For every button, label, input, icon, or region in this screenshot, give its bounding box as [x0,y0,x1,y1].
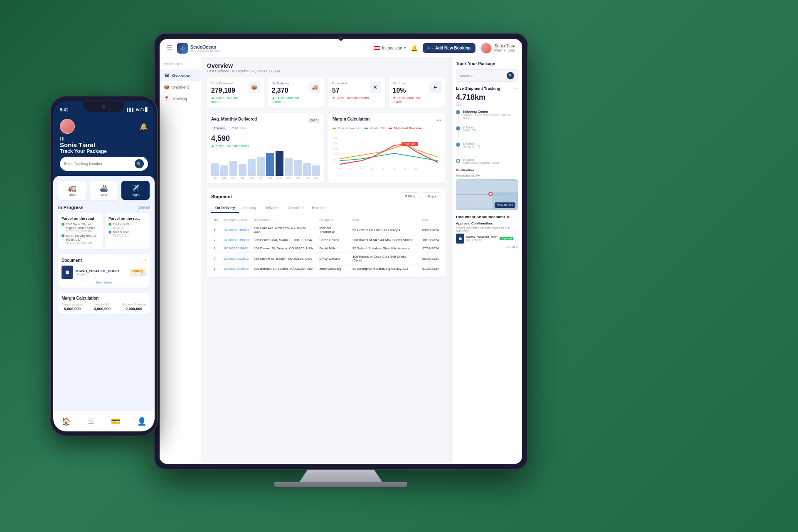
doc-arrow-icon[interactable]: › [145,257,146,263]
tracking-dist-label: Left [456,103,518,106]
bar-dec [312,165,320,176]
svg-text:2,500: 2,500 [332,148,338,150]
stat-icon-1: 📦 [249,81,260,93]
doc-phone-name: HAWB_20241001_SO001 [76,269,127,273]
table-row: 1 SC20230915003 690 Park Ave, New York, … [211,224,441,236]
timeline-address-2: Dallas, TX [463,129,518,132]
app-logo: ⚓ ScaleOcean ACCELERATE IMPACT [177,43,221,54]
timeline-item-3: In Transit Memphis, TN [456,142,518,155]
charts-row: Avg. Monthly Delivered 2025 1 Years 5 Mo… [207,113,446,183]
filter-button[interactable]: ⚗ Filter [401,192,419,200]
receipt-link[interactable]: SC20230728032 [224,246,249,250]
tab-cancelled[interactable]: Cancelled [283,204,308,213]
sidebar-item-overview[interactable]: ⊞ Overview [160,69,201,81]
in-progress-title: In Progress [58,205,84,210]
flight-icon: ✈️ [124,184,147,192]
more-icon[interactable]: ••• [436,118,441,123]
stat-value-3: 57 [332,87,369,94]
nav-profile[interactable]: 👤 [137,417,146,426]
destination-address: Philadelphia, PA [456,174,518,177]
export-button[interactable]: ↑ Export [422,192,441,200]
tab-on-delivery[interactable]: On Delivery [211,204,239,213]
tab-5months[interactable]: 5 Months [230,126,249,131]
from-address-1: 1245 Spring St, Los Angeles, United Stat… [62,222,99,233]
margin-revenue: Shipment Revenue 2,000,000 [121,303,146,311]
user-name: Sonia Tiara [494,44,515,48]
bar-jul [266,153,274,176]
user-avatar [480,42,492,54]
stat-change-4: ▼ +40% Than last month [393,96,430,103]
phone-greeting: Hi, [60,136,148,141]
see-details-link[interactable]: See details [62,281,146,284]
timeline-dot-1 [456,110,460,114]
bar-nov [303,163,311,176]
track-search-input[interactable] [460,74,507,78]
wifi-icon: WiFi [136,108,144,112]
bar-jan [211,163,219,176]
tab-ship[interactable]: 🚢 Ship [90,181,118,200]
view-details-button[interactable]: View Details [495,202,515,208]
svg-point-24 [490,193,492,195]
menu-icon[interactable]: ☰ [166,44,172,52]
app-name: ScaleOcean [190,44,221,49]
tab-delivered[interactable]: Delivered [260,204,283,213]
phone-search-input[interactable] [64,162,132,166]
receipt-link[interactable]: SC20230919033 [224,238,249,242]
legend-dot-revenue [389,128,392,129]
bar-may [248,159,256,176]
doc-phone-header: Document › [62,257,146,263]
doc-phone-date: 02 Oct. 2024 [130,273,146,276]
tablet-screen: ☰ ⚓ ScaleOcean ACCELERATE IMPACT Indones… [160,39,522,464]
bar-feb [220,165,228,176]
margin-revenue-label: Shipment Revenue [121,303,146,306]
sidebar: FEATURES ⊞ Overview 📦 Shipment 📍 Trackin… [160,57,201,464]
receipt-link[interactable]: SC20230350845 [224,267,249,271]
progress-cards: Parcel on the road 1245 Spring St, Los A… [58,213,150,249]
bar-labels: Jan Feb Mar Apr May Jun Jul Aug Sep Oct [211,177,320,179]
stat-returned: Returned 10% ▼ +40% Than last month ↩ [389,77,446,108]
nav-home[interactable]: 🏠 [62,417,71,426]
tab-flight[interactable]: ✈️ Flight [121,181,150,200]
svg-text:W: W [382,168,384,170]
tab-truck[interactable]: 🚛 Truck [58,181,86,200]
overview-header: Overview Last Updated On October 07, 202… [207,62,446,73]
sidebar-item-tracking[interactable]: 📍 Tracking [160,93,201,104]
svg-text:Thu: Thu [371,168,374,170]
receipt-link[interactable]: SC20230915003 [224,228,249,232]
nav-menu[interactable]: ☰ [88,417,94,426]
features-label: FEATURES [160,62,201,69]
add-booking-button[interactable]: + + Add New Booking [423,43,476,53]
nav-card[interactable]: 💳 [111,417,120,426]
shipment-table: No. Receipt number Destination Recipient… [211,217,441,273]
right-panel: Track Your Package 🔍 Live Shipment Track… [451,57,522,464]
language-selector[interactable]: Indonesian ▾ [374,46,406,50]
tab-returned[interactable]: Returned [308,204,330,213]
see-all-link[interactable]: See all > [456,245,518,249]
stat-on-delivery: On Delivery 2,370 ▲ +13% Than last month… [268,77,325,108]
margin-shipper-value: 5,000,000 [62,307,83,311]
sidebar-item-shipment[interactable]: 📦 Shipment [160,81,201,93]
stat-cancelled: Cancelled 57 ▼ -17% Than last month ✕ [328,77,385,108]
timeline-status-4: In Transit [463,158,518,161]
stat-value-2: 2,370 [272,87,309,94]
transport-tabs: 🚛 Truck 🚢 Ship ✈️ Flight [58,181,150,200]
more-options-icon[interactable]: ••• [515,86,518,91]
stat-label-4: Returned [393,81,430,85]
phone-frame: 9:41 ▌▌▌ WiFi ▊ 🔔 Hi, Sonia Tiara! Track… [50,96,158,436]
in-progress-header: In Progress See all [58,205,150,210]
phone-search-button[interactable]: 🔍 [135,159,144,168]
see-all-button[interactable]: See all [138,205,150,209]
tab-1year[interactable]: 1 Years [211,126,227,131]
tab-pending[interactable]: Pending [239,204,260,213]
receipt-link[interactable]: SC20230892015 [224,257,249,261]
stat-label-2: On Delivery [272,81,309,85]
tablet-stand [299,470,382,482]
track-search-button[interactable]: 🔍 [507,72,514,79]
stat-change-3: ▼ -17% Than last month [332,96,369,100]
svg-text:Sun: Sun [403,168,407,170]
avg-monthly-chart: Avg. Monthly Delivered 2025 1 Years 5 Mo… [207,113,324,183]
phone-bell-icon[interactable]: 🔔 [140,123,148,131]
user-role: Internal User [494,48,515,52]
sidebar-shipment-label: Shipment [172,85,189,89]
bell-icon[interactable]: 🔔 [411,45,418,52]
